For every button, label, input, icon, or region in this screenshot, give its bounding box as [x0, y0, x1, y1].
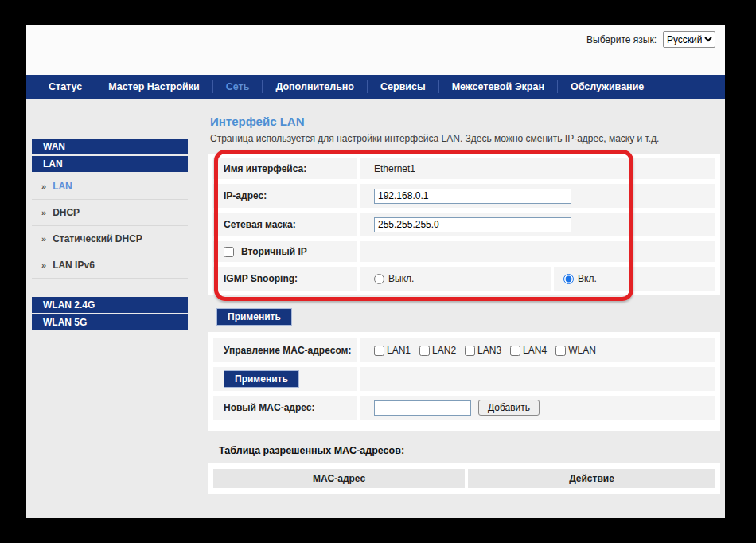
mac-table-header-row: MAC-адрес Действие	[213, 469, 715, 488]
nav-item-maintenance[interactable]: Обслуживание	[558, 75, 657, 99]
port-lan2-option[interactable]: LAN2	[419, 345, 456, 356]
sidebar-item-lan-ipv6[interactable]: » LAN IPv6	[32, 252, 188, 279]
port-lan3-option[interactable]: LAN3	[465, 345, 501, 356]
port-lan2-label: LAN2	[432, 345, 456, 356]
page-header: Выберите язык: Русский	[26, 25, 725, 75]
chevron-bullet-icon: »	[41, 260, 46, 270]
sidebar-section-wlan5[interactable]: WLAN 5G	[32, 314, 188, 330]
port-lan4-label: LAN4	[523, 345, 547, 356]
sidebar-section-wan[interactable]: WAN	[32, 139, 188, 154]
page-subtitle: Страница используется для настройки инте…	[210, 133, 725, 144]
netmask-label: Сетевая маска:	[213, 213, 357, 236]
secondary-ip-row: Вторичный IP	[213, 241, 715, 262]
igmp-snooping-row: IGMP Snooping: Выкл. Вкл.	[213, 267, 715, 291]
action-column-header: Действие	[468, 469, 715, 488]
top-nav: Статус Мастер Настройки Сеть Дополнитель…	[26, 75, 725, 99]
nav-separator	[657, 80, 657, 93]
secondary-ip-checkbox[interactable]	[224, 247, 234, 257]
nav-item-services[interactable]: Сервисы	[368, 75, 438, 99]
port-wlan-option[interactable]: WLAN	[555, 345, 596, 356]
netmask-input[interactable]	[374, 217, 571, 232]
port-lan3-label: LAN3	[477, 345, 501, 356]
igmp-on-label: Вкл.	[578, 273, 597, 284]
secondary-ip-option[interactable]: Вторичный IP	[224, 246, 307, 257]
port-lan2-checkbox[interactable]	[419, 346, 430, 356]
nav-item-status[interactable]: Статус	[36, 75, 95, 99]
port-lan1-checkbox[interactable]	[374, 346, 384, 356]
port-wlan-label: WLAN	[568, 345, 596, 356]
chevron-bullet-icon: »	[41, 182, 46, 191]
chevron-bullet-icon: »	[41, 234, 46, 244]
interface-name-value: Ethernet1	[360, 158, 715, 179]
netmask-row: Сетевая маска:	[213, 213, 715, 236]
port-lan1-label: LAN1	[387, 345, 411, 356]
mac-apply-row: Применить	[213, 367, 715, 391]
new-mac-input[interactable]	[374, 400, 471, 416]
sidebar: WAN LAN » LAN » DHCP » Статический DHCP …	[26, 99, 208, 518]
interface-name-row: Имя интерфейса: Ethernet1	[213, 158, 715, 179]
add-mac-button[interactable]: Добавить	[478, 400, 540, 416]
sidebar-item-dhcp[interactable]: » DHCP	[32, 200, 188, 226]
igmp-off-option[interactable]: Выкл.	[374, 273, 414, 284]
sidebar-item-label: Статический DHCP	[53, 233, 142, 244]
igmp-snooping-label: IGMP Snooping:	[213, 267, 357, 291]
new-mac-row: Новый MAC-адрес: Добавить	[213, 396, 715, 420]
apply-mac-button[interactable]: Применить	[224, 370, 299, 388]
mac-manage-label: Управление MAC-адресом:	[213, 338, 357, 362]
interface-name-label: Имя интерфейса:	[213, 158, 357, 179]
lan-form-panel: Имя интерфейса: Ethernet1 IP-адрес: Сете…	[208, 154, 720, 295]
language-label: Выберите язык:	[586, 34, 657, 45]
mac-table-title: Таблица разрешенных MAC-адресов:	[219, 445, 725, 456]
secondary-ip-empty-cell	[360, 241, 715, 262]
nav-item-advanced[interactable]: Дополнительно	[263, 75, 367, 99]
sidebar-lan-submenu: » LAN » DHCP » Статический DHCP » LAN IP…	[32, 174, 188, 279]
nav-item-wizard[interactable]: Мастер Настройки	[95, 75, 212, 99]
igmp-on-option[interactable]: Вкл.	[563, 273, 597, 284]
ip-address-label: IP-адрес:	[213, 184, 357, 208]
port-lan4-checkbox[interactable]	[510, 346, 520, 356]
sidebar-item-label: LAN	[53, 181, 72, 192]
sidebar-item-static-dhcp[interactable]: » Статический DHCP	[32, 226, 188, 252]
mac-apply-empty-cell	[360, 367, 715, 391]
page-title: Интерфейс LAN	[210, 115, 725, 128]
ip-address-row: IP-адрес:	[213, 184, 715, 208]
mac-port-checkbox-group: LAN1 LAN2 LAN3	[374, 345, 596, 356]
mac-table-panel: MAC-адрес Действие	[208, 463, 720, 494]
chevron-bullet-icon: »	[41, 208, 46, 217]
nav-item-firewall[interactable]: Межсетевой Экран	[439, 75, 557, 99]
nav-item-network[interactable]: Сеть	[213, 75, 263, 99]
new-mac-label: Новый MAC-адрес:	[213, 396, 357, 420]
port-wlan-checkbox[interactable]	[555, 346, 566, 356]
igmp-off-radio[interactable]	[374, 274, 384, 284]
secondary-ip-label: Вторичный IP	[241, 246, 307, 257]
sidebar-item-label: DHCP	[53, 207, 80, 218]
language-selector-group: Выберите язык: Русский	[586, 31, 715, 48]
ip-address-input[interactable]	[374, 189, 571, 204]
sidebar-section-wlan24[interactable]: WLAN 2.4G	[32, 297, 188, 313]
mac-column-header: MAC-адрес	[213, 469, 465, 488]
language-select[interactable]: Русский	[663, 31, 715, 48]
sidebar-spacer	[26, 279, 208, 297]
mac-manage-row: Управление MAC-адресом: LAN1 LAN2	[213, 338, 715, 362]
port-lan4-option[interactable]: LAN4	[510, 345, 547, 356]
sidebar-section-lan[interactable]: LAN	[32, 156, 188, 172]
port-lan1-option[interactable]: LAN1	[374, 345, 411, 356]
igmp-off-label: Выкл.	[388, 273, 414, 284]
router-admin-page: Выберите язык: Русский Статус Мастер Нас…	[26, 25, 725, 518]
igmp-on-radio[interactable]	[563, 274, 574, 284]
content-area: WAN LAN » LAN » DHCP » Статический DHCP …	[26, 99, 725, 518]
apply-lan-button[interactable]: Применить	[216, 308, 292, 326]
port-lan3-checkbox[interactable]	[465, 346, 475, 356]
sidebar-item-lan[interactable]: » LAN	[32, 174, 188, 200]
main-panel: Интерфейс LAN Страница используется для …	[208, 99, 725, 518]
sidebar-item-label: LAN IPv6	[53, 260, 95, 271]
mac-management-panel: Управление MAC-адресом: LAN1 LAN2	[208, 332, 720, 431]
